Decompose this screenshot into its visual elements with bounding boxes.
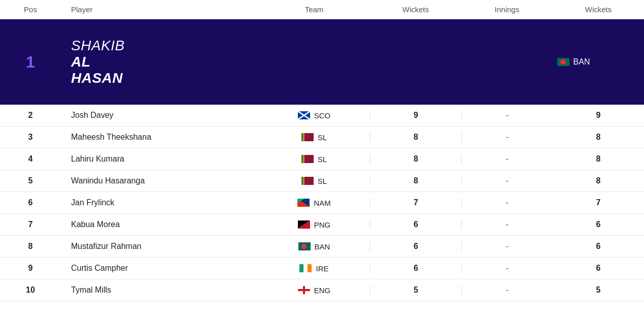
row-pos: 5 [0,176,61,185]
row-wickets: 5 [370,286,461,295]
table-row: 8Mustafizur RahmanBAN6-6 [0,236,644,258]
row-player: Tymal Mills [61,286,258,295]
row-team-code: PNG [314,220,331,229]
row-wickets: 7 [370,198,461,207]
row-team-code: IRE [316,264,328,273]
table-row: 6Jan FrylinckNAM7-7 [0,192,644,214]
row-flag [298,242,311,250]
row-flag [299,264,312,272]
row-pos: 6 [0,198,61,207]
table-row: 5Wanindu HasarangaSL8-8 [0,170,644,192]
row-pos: 7 [0,220,61,229]
header-wickets: Wickets [370,5,461,14]
row-wickets: 8 [370,133,461,142]
featured-team-code: BAN [573,57,590,67]
row-wickets2: 5 [553,286,644,295]
row-wickets: 8 [370,154,461,164]
row-wickets2: 6 [553,220,644,229]
header-team: Team [258,5,370,14]
row-team-code: SL [318,155,327,164]
row-flag [301,155,314,163]
featured-player-name: SHAKIB AL HASAN [71,38,132,86]
row-team-code: SL [318,177,327,185]
row-team: BAN [258,242,370,251]
leaderboard-table: Pos Player Team Wickets Innings Wickets … [0,0,644,316]
row-wickets2: 6 [553,264,644,273]
row-innings: - [461,154,553,164]
featured-player: SHAKIB AL HASAN [61,28,518,96]
row-flag [298,111,310,119]
row-player: Mustafizur Rahman [61,242,258,251]
row-team-code: SL [318,133,327,142]
row-team: SL [258,133,370,142]
row-wickets: 6 [370,264,461,273]
row-team: SL [258,177,370,185]
row-innings: - [461,242,553,251]
row-pos: 10 [0,286,61,295]
svg-rect-10 [301,155,303,163]
row-team-code: BAN [315,242,330,251]
featured-wickets: 11 [629,39,644,85]
row-flag [297,199,310,207]
row-innings: - [461,111,553,120]
row-innings: - [461,286,553,295]
row-wickets: 6 [370,242,461,251]
row-team: SL [258,155,370,164]
svg-rect-7 [301,133,303,141]
row-flag [298,220,310,229]
featured-flag [557,58,569,66]
svg-rect-13 [301,177,303,185]
row-pos: 3 [0,133,61,142]
svg-rect-21 [299,264,303,272]
table-row: 2Josh DaveySCO9-9 [0,105,644,127]
row-innings: - [461,198,553,207]
svg-rect-23 [308,264,312,272]
row-wickets2: 8 [553,133,644,142]
row-player: Kabua Morea [61,220,258,229]
row-player: Curtis Campher [61,264,258,273]
row-wickets: 8 [370,176,461,185]
svg-rect-0 [557,58,569,66]
header-pos: Pos [0,5,61,14]
table-row: 4Lahiru KumaraSL8-8 [0,148,644,170]
table-row: 3Maheesh TheekshanaSL8-8 [0,127,644,148]
row-flag [301,177,314,185]
row-team-code: NAM [314,199,330,207]
row-team: NAM [258,199,370,207]
row-innings: - [461,220,553,229]
header-wickets2: Wickets [553,5,644,14]
row-pos: 4 [0,154,61,164]
row-team-code: SCO [314,111,331,120]
row-wickets: 9 [370,111,461,120]
table-row: 9Curtis CampherIRE6-6 [0,258,644,279]
row-innings: - [461,133,553,142]
row-flag [301,133,314,141]
featured-player-bold: AL HASAN [71,54,123,86]
row-wickets2: 8 [553,176,644,185]
row-pos: 2 [0,111,61,120]
header-innings: Innings [461,5,553,14]
svg-point-20 [301,244,307,249]
table-row: 7Kabua MoreaPNG6-6 [0,214,644,236]
row-pos: 9 [0,264,61,273]
row-innings: - [461,264,553,273]
row-flag [298,286,310,294]
row-pos: 8 [0,242,61,251]
svg-rect-22 [303,264,308,272]
featured-team: BAN [518,57,629,67]
row-wickets2: 6 [553,242,644,251]
svg-point-1 [560,59,565,65]
table-body: 2Josh DaveySCO9-93Maheesh TheekshanaSL8-… [0,105,644,301]
svg-rect-26 [303,286,305,294]
row-innings: - [461,176,553,185]
featured-pos: 1 [0,39,61,85]
row-player: Lahiru Kumara [61,154,258,164]
row-team-code: ENG [314,286,331,295]
featured-row: 1 SHAKIB AL HASAN BAN 11 - 11 [0,19,644,105]
row-player: Maheesh Theekshana [61,133,258,142]
row-player: Wanindu Hasaranga [61,176,258,185]
row-team: PNG [258,220,370,229]
row-team: ENG [258,286,370,295]
row-wickets: 6 [370,220,461,229]
header-player: Player [61,5,258,14]
